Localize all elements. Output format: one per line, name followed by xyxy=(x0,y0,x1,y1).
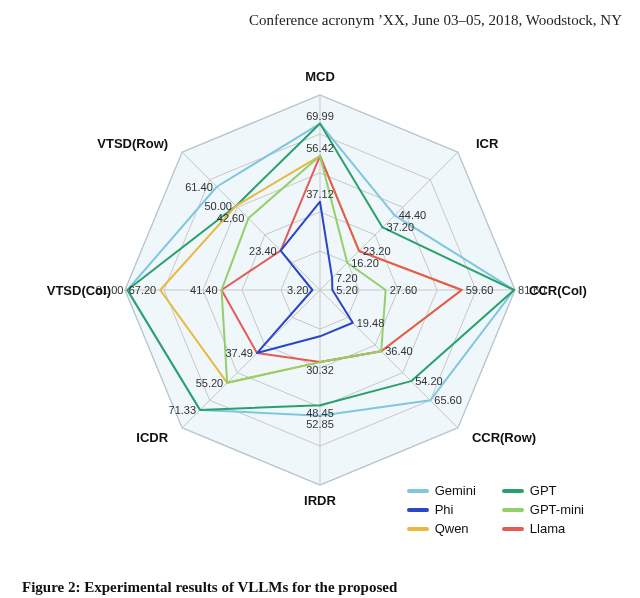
axis-label-vtsd-row-: VTSD(Row) xyxy=(97,136,168,151)
tick-label: 5.20 xyxy=(336,284,357,296)
tick-label: 30.32 xyxy=(306,364,334,376)
axis-label-ccr-row-: CCR(Row) xyxy=(472,430,536,445)
axis-label-icdr: ICDR xyxy=(136,430,168,445)
tick-label: 23.20 xyxy=(363,245,391,257)
legend-swatch xyxy=(502,489,524,493)
tick-label: 44.40 xyxy=(399,209,427,221)
legend-item-phi: Phi xyxy=(407,502,476,517)
legend-label: Gemini xyxy=(435,483,476,498)
legend-swatch xyxy=(502,527,524,531)
tick-label: 37.12 xyxy=(306,188,334,200)
legend-label: Llama xyxy=(530,521,565,536)
legend-label: GPT xyxy=(530,483,557,498)
tick-label: 23.40 xyxy=(249,245,277,257)
tick-label: 52.85 xyxy=(306,418,334,430)
tick-label: 56.42 xyxy=(306,142,334,154)
tick-label: 7.20 xyxy=(336,272,357,284)
legend-label: GPT-mini xyxy=(530,502,584,517)
axis-label-mcd: MCD xyxy=(305,69,335,84)
tick-label: 71.33 xyxy=(169,404,197,416)
tick-label: 16.20 xyxy=(351,257,379,269)
tick-label: 67.20 xyxy=(129,284,157,296)
axis-label-irdr: IRDR xyxy=(304,493,336,508)
legend-swatch xyxy=(407,508,429,512)
tick-label: 69.99 xyxy=(306,110,334,122)
tick-label: 48.45 xyxy=(306,407,334,419)
radar-chart: 69.9956.4237.1244.4037.2023.2016.207.208… xyxy=(20,40,620,550)
tick-label: 41.40 xyxy=(190,284,218,296)
tick-label: 54.20 xyxy=(415,375,443,387)
legend-item-qwen: Qwen xyxy=(407,521,476,536)
axis-label-icr: ICR xyxy=(476,136,499,151)
tick-label: 65.60 xyxy=(434,394,462,406)
tick-label: 37.49 xyxy=(225,347,253,359)
tick-label: 3.20 xyxy=(287,284,308,296)
tick-label: 27.60 xyxy=(390,284,418,296)
tick-label: 59.60 xyxy=(466,284,494,296)
legend-item-llama: Llama xyxy=(502,521,584,536)
legend-label: Phi xyxy=(435,502,454,517)
axis-label-ccr-col-: CCR(Col) xyxy=(529,283,587,298)
axis-label-vtsd-col-: VTSD(Col) xyxy=(47,283,111,298)
legend-swatch xyxy=(407,489,429,493)
tick-label: 19.48 xyxy=(357,317,385,329)
tick-label: 61.40 xyxy=(185,181,213,193)
legend-item-gpt-mini: GPT-mini xyxy=(502,502,584,517)
figure-caption: Figure 2: Experimental results of VLLMs … xyxy=(22,579,397,596)
tick-label: 42.60 xyxy=(217,212,245,224)
legend: GeminiGPTPhiGPT-miniQwenLlama xyxy=(401,479,590,540)
tick-label: 36.40 xyxy=(385,345,413,357)
tick-label: 55.20 xyxy=(196,377,224,389)
tick-label: 50.00 xyxy=(204,200,232,212)
legend-swatch xyxy=(407,527,429,531)
radar-svg: 69.9956.4237.1244.4037.2023.2016.207.208… xyxy=(20,40,620,550)
legend-item-gemini: Gemini xyxy=(407,483,476,498)
legend-label: Qwen xyxy=(435,521,469,536)
conference-header: Conference acronym ’XX, June 03–05, 2018… xyxy=(0,12,622,29)
legend-item-gpt: GPT xyxy=(502,483,584,498)
legend-swatch xyxy=(502,508,524,512)
tick-label: 37.20 xyxy=(387,221,415,233)
